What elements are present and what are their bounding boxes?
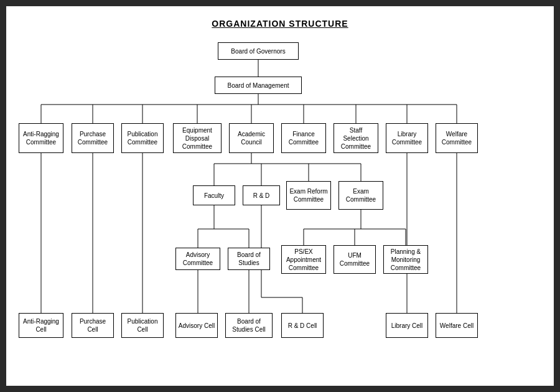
page-title: ORGANIZATION STRUCTURE <box>12 19 548 29</box>
node-publication: Publication Committee <box>121 123 164 153</box>
node-examCommittee: Exam Committee <box>338 181 383 210</box>
node-boardStudiesCell: Board of Studies Cell <box>225 313 273 338</box>
node-ufm: UFM Committee <box>334 245 376 274</box>
node-antiRagging: Anti-Ragging Committee <box>19 123 63 153</box>
node-purchaseCell: Purchase Cell <box>72 313 114 338</box>
node-finance: Finance Committee <box>281 123 326 153</box>
page: ORGANIZATION STRUCTURE <box>6 6 554 386</box>
node-faculty: Faculty <box>193 185 235 205</box>
node-libraryCell: Library Cell <box>386 313 428 338</box>
node-publicationCell: Publication Cell <box>121 313 164 338</box>
node-governors: Board of Governors <box>218 42 299 60</box>
node-equipment: Equipment Disposal Committee <box>173 123 222 153</box>
org-chart: Board of GovernorsBoard of ManagementAnt… <box>12 36 548 347</box>
node-planning: Planning & Monitoring Committee <box>383 245 428 274</box>
node-advisory: Advisory Committee <box>175 248 220 270</box>
node-library: Library Committee <box>386 123 428 153</box>
node-purchase: Purchase Committee <box>72 123 114 153</box>
node-welfareCell: Welfare Cell <box>436 313 478 338</box>
node-examReform: Exam Reform Committee <box>286 181 331 210</box>
node-management: Board of Management <box>215 77 302 94</box>
node-antiRaggingCell: Anti-Ragging Cell <box>19 313 63 338</box>
node-boardStudies: Board of Studies <box>228 248 270 270</box>
node-psex: PS/EX Appointment Committee <box>281 245 326 274</box>
node-staff: Staff Selection Committee <box>334 123 378 153</box>
node-rdCell: R & D Cell <box>281 313 324 338</box>
node-academic: Academic Council <box>229 123 274 153</box>
node-rd: R & D <box>243 185 280 205</box>
node-advisoryCell: Advisory Cell <box>175 313 218 338</box>
node-welfare: Welfare Committee <box>436 123 478 153</box>
